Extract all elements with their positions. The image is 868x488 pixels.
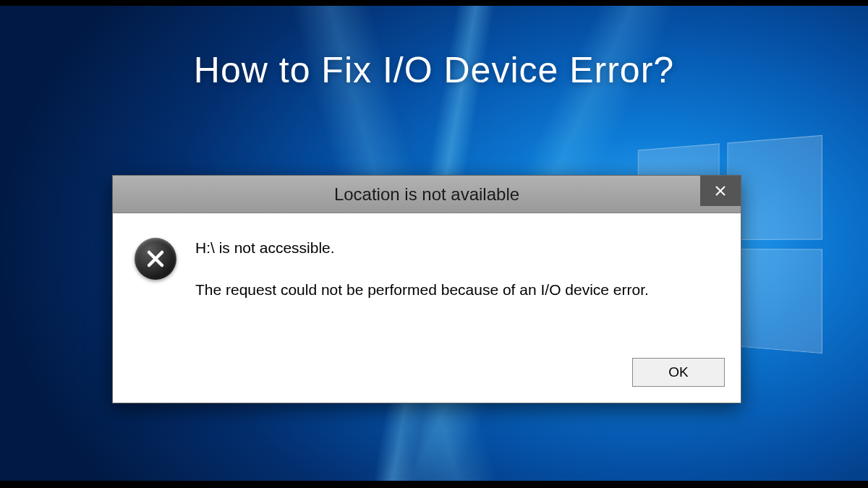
ok-button[interactable]: OK bbox=[632, 358, 725, 387]
letterbox-bottom bbox=[0, 481, 868, 488]
dialog-message-line1: H:\ is not accessible. bbox=[195, 236, 719, 260]
close-icon bbox=[715, 185, 726, 197]
dialog-footer: OK bbox=[113, 358, 741, 403]
dialog-message-line2: The request could not be performed becau… bbox=[195, 278, 719, 301]
dialog-message: H:\ is not accessible. The request could… bbox=[195, 236, 719, 301]
letterbox-top bbox=[0, 0, 868, 6]
page-title: How to Fix I/O Device Error? bbox=[0, 49, 868, 91]
error-icon bbox=[135, 238, 176, 280]
close-button[interactable] bbox=[700, 176, 741, 206]
error-dialog: Location is not available H:\ is not acc… bbox=[112, 175, 741, 403]
error-icon-container bbox=[135, 236, 176, 280]
dialog-title: Location is not available bbox=[334, 184, 519, 205]
dialog-body: H:\ is not accessible. The request could… bbox=[113, 213, 741, 358]
dialog-titlebar[interactable]: Location is not available bbox=[113, 176, 741, 213]
